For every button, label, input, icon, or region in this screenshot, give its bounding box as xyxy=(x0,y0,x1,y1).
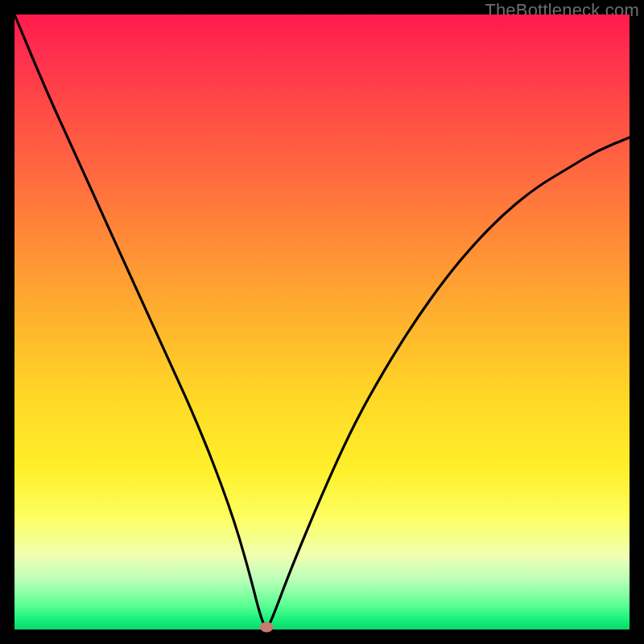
bottleneck-curve xyxy=(14,14,630,626)
plot-area xyxy=(14,14,630,630)
chart-frame: TheBottleneck.com xyxy=(0,0,644,644)
curve-layer xyxy=(14,14,630,630)
optimal-point-marker xyxy=(260,622,273,632)
